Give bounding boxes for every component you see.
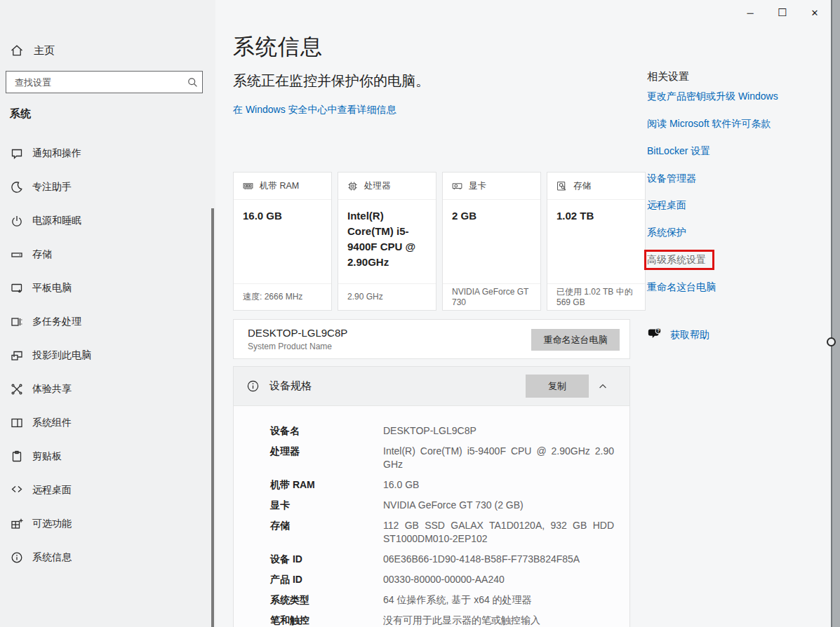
gpu-icon xyxy=(451,180,463,192)
spec-label: 机带 RAM xyxy=(270,478,383,492)
sidebar-item-label: 可选功能 xyxy=(32,518,72,530)
cpu-icon xyxy=(347,180,359,192)
spec-row-device-name: 设备名 DESKTOP-LGL9C8P xyxy=(270,424,614,438)
sidebar-item-focus-assist[interactable]: 专注助手 xyxy=(0,170,211,204)
get-help-label: 获取帮助 xyxy=(670,329,709,342)
spec-label: 存储 xyxy=(270,519,383,546)
shared-experiences-icon xyxy=(10,382,24,396)
window-controls: ─ ☐ ✕ xyxy=(734,0,831,25)
card-footer: 速度: 2666 MHz xyxy=(234,283,331,310)
sidebar-scrollbar[interactable] xyxy=(211,208,214,627)
card-value: 16.0 GB xyxy=(234,200,331,224)
rename-pc-button[interactable]: 重命名这台电脑 xyxy=(531,329,620,351)
sidebar-item-remote-desktop[interactable]: 远程桌面 xyxy=(0,473,211,507)
sidebar-item-notifications[interactable]: 通知和操作 xyxy=(0,137,211,170)
link-remote-desktop[interactable]: 远程桌面 xyxy=(647,199,686,212)
spec-row-pen-touch: 笔和触控 没有可用于此显示器的笔或触控输入 xyxy=(270,614,614,627)
spec-label: 显卡 xyxy=(270,499,383,512)
sidebar-item-label: 多任务处理 xyxy=(32,316,81,328)
spec-label: 处理器 xyxy=(270,445,383,471)
sidebar-item-project-to-pc[interactable]: 投影到此电脑 xyxy=(0,339,211,372)
device-spec-panel: 设备规格 复制 设备名 DESKTOP-LGL9C8P 处理器 Intel(R)… xyxy=(233,366,630,627)
page-subtitle: 系统正在监控并保护你的电脑。 xyxy=(233,72,429,90)
info-icon xyxy=(246,379,260,393)
sidebar-item-label: 系统信息 xyxy=(32,551,72,564)
close-button[interactable]: ✕ xyxy=(799,0,831,25)
desktop-edge-strip xyxy=(831,0,840,627)
spec-row-processor: 处理器 Intel(R) Core(TM) i5-9400F CPU @ 2.9… xyxy=(270,445,614,471)
device-spec-rows: 设备名 DESKTOP-LGL9C8P 处理器 Intel(R) Core(TM… xyxy=(234,406,629,627)
windows-security-link[interactable]: 在 Windows 安全中心中查看详细信息 xyxy=(233,104,396,116)
remote-desktop-icon xyxy=(10,483,24,497)
link-rename-this-pc[interactable]: 重命名这台电脑 xyxy=(647,281,716,294)
sidebar-item-multitasking[interactable]: 多任务处理 xyxy=(0,305,211,339)
chevron-up-icon[interactable] xyxy=(589,375,617,398)
home-icon xyxy=(10,43,24,58)
search-icon xyxy=(182,76,202,88)
sidebar-section-title: 系统 xyxy=(10,107,31,121)
spec-row-storage: 存储 112 GB SSD GALAX TA1D0120A, 932 GB HD… xyxy=(270,519,614,546)
sidebar-item-power-sleep[interactable]: 电源和睡眠 xyxy=(0,204,211,238)
card-footer: NVIDIA GeForce GT 730 xyxy=(443,283,540,310)
edge-widget-circle xyxy=(827,337,836,346)
link-bitlocker[interactable]: BitLocker 设置 xyxy=(647,145,710,158)
spec-value: 112 GB SSD GALAX TA1D0120A, 932 GB HDD S… xyxy=(383,519,614,546)
link-device-manager[interactable]: 设备管理器 xyxy=(647,173,696,185)
spec-label: 设备名 xyxy=(270,424,383,438)
copy-button[interactable]: 复制 xyxy=(526,375,589,398)
sidebar-item-system-components[interactable]: 系统组件 xyxy=(0,406,211,440)
device-name: DESKTOP-LGL9C8P xyxy=(248,327,347,339)
tablet-icon xyxy=(10,281,24,295)
card-value: Intel(R) Core(TM) i5-9400F CPU @ 2.90GHz xyxy=(338,200,436,270)
search-box xyxy=(6,71,203,93)
card-footer: 已使用 1.02 TB 中的 569 GB xyxy=(547,283,645,310)
link-change-product-key[interactable]: 更改产品密钥或升级 Windows xyxy=(647,90,778,103)
sidebar: 主页 系统 通知和操作 xyxy=(0,0,215,627)
sidebar-item-optional-features[interactable]: 可选功能 xyxy=(0,507,211,541)
sidebar-item-label: 投影到此电脑 xyxy=(32,349,91,362)
sidebar-item-label: 远程桌面 xyxy=(32,484,72,497)
power-sleep-icon xyxy=(10,214,24,228)
minimize-button[interactable]: ─ xyxy=(734,0,766,25)
spec-value: 没有可用于此显示器的笔或触控输入 xyxy=(383,614,614,627)
focus-assist-icon xyxy=(10,180,24,194)
help-chat-icon: ? xyxy=(647,326,662,344)
spec-value: 00330-80000-00000-AA240 xyxy=(383,573,614,586)
spec-label: 产品 ID xyxy=(270,573,383,586)
search-input[interactable] xyxy=(6,77,182,88)
sidebar-item-storage[interactable]: 存储 xyxy=(0,238,211,271)
sidebar-item-clipboard[interactable]: 剪贴板 xyxy=(0,440,211,473)
get-help-link[interactable]: ? 获取帮助 xyxy=(647,326,709,344)
settings-window: ← 设置 ─ ☐ ✕ 主页 系统 xyxy=(0,0,831,627)
sidebar-item-label: 专注助手 xyxy=(32,181,72,194)
sidebar-item-label: 剪贴板 xyxy=(32,450,62,463)
spec-label: 笔和触控 xyxy=(270,614,383,627)
spec-value: 16.0 GB xyxy=(383,478,614,492)
sidebar-item-about[interactable]: 系统信息 xyxy=(0,541,211,574)
card-value: 2 GB xyxy=(443,200,540,224)
spec-value: 64 位操作系统, 基于 x64 的处理器 xyxy=(383,593,614,607)
card-label: 机带 RAM xyxy=(260,180,299,192)
device-name-panel: DESKTOP-LGL9C8P System Product Name 重命名这… xyxy=(233,319,630,359)
sidebar-item-label: 主页 xyxy=(34,44,55,58)
sidebar-item-label: 存储 xyxy=(32,248,52,261)
related-settings-title: 相关设置 xyxy=(647,70,689,83)
sidebar-item-label: 通知和操作 xyxy=(32,147,81,160)
sidebar-item-shared-experiences[interactable]: 体验共享 xyxy=(0,372,211,406)
sidebar-item-tablet[interactable]: 平板电脑 xyxy=(0,271,211,305)
card-value: 1.02 TB xyxy=(547,200,645,224)
link-license-terms[interactable]: 阅读 Microsoft 软件许可条款 xyxy=(647,118,771,130)
spec-row-product-id: 产品 ID 00330-80000-00000-AA240 xyxy=(270,573,614,586)
gpu-card: 显卡 2 GB NVIDIA GeForce GT 730 xyxy=(442,172,541,311)
device-spec-title: 设备规格 xyxy=(269,379,312,393)
sidebar-item-home[interactable]: 主页 xyxy=(0,39,211,62)
maximize-button[interactable]: ☐ xyxy=(766,0,799,25)
spec-row-ram: 机带 RAM 16.0 GB xyxy=(270,478,614,492)
sidebar-item-label: 体验共享 xyxy=(32,383,72,396)
about-icon xyxy=(10,551,24,565)
spec-row-gpu: 显卡 NVIDIA GeForce GT 730 (2 GB) xyxy=(270,499,614,512)
link-advanced-system-settings[interactable]: 高级系统设置 xyxy=(647,254,706,267)
spec-value: NVIDIA GeForce GT 730 (2 GB) xyxy=(383,499,614,512)
sidebar-item-label: 系统组件 xyxy=(32,417,72,429)
link-system-protection[interactable]: 系统保护 xyxy=(647,227,686,239)
